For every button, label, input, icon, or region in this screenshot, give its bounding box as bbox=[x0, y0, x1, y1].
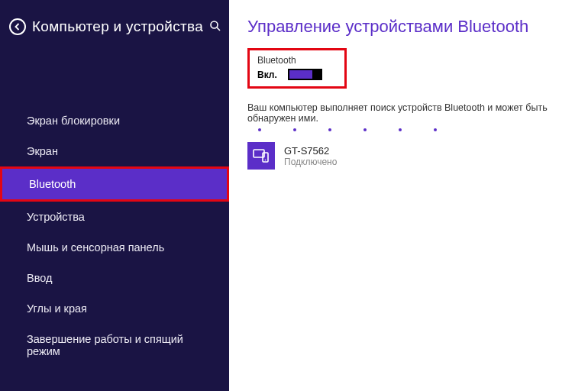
bluetooth-state: Вкл. bbox=[257, 69, 277, 80]
device-status: Подключено bbox=[284, 157, 337, 167]
sidebar-item-mouse-touchpad[interactable]: Мышь и сенсорная панель bbox=[0, 232, 229, 263]
highlight-box-sidebar: Bluetooth bbox=[0, 166, 229, 202]
sidebar-item-devices[interactable]: Устройства bbox=[0, 202, 229, 232]
bluetooth-toggle[interactable] bbox=[288, 69, 322, 80]
back-icon[interactable] bbox=[9, 18, 26, 35]
svg-line-1 bbox=[217, 27, 220, 31]
search-icon[interactable] bbox=[209, 20, 223, 34]
sidebar-item-corners-edges[interactable]: Углы и края bbox=[0, 293, 229, 324]
sidebar-item-typing[interactable]: Ввод bbox=[0, 263, 229, 293]
highlight-box-toggle: Bluetooth Вкл. bbox=[247, 48, 347, 89]
bluetooth-label: Bluetooth bbox=[257, 55, 337, 66]
sidebar-title: Компьютер и устройства bbox=[32, 18, 203, 35]
settings-sidebar: Компьютер и устройства Экран блокировки … bbox=[0, 0, 229, 391]
sidebar-item-display[interactable]: Экран bbox=[0, 136, 229, 166]
svg-point-4 bbox=[265, 160, 267, 161]
sidebar-item-lock-screen[interactable]: Экран блокировки bbox=[0, 105, 229, 136]
sidebar-header: Компьютер и устройства bbox=[0, 0, 229, 43]
device-item[interactable]: GT-S7562 Подключено bbox=[247, 142, 570, 170]
device-phone-icon bbox=[247, 142, 275, 170]
device-name: GT-S7562 bbox=[284, 145, 337, 157]
toggle-knob bbox=[312, 69, 321, 79]
scan-status-text: Ваш компьютер выполняет поиск устройств … bbox=[247, 102, 570, 124]
svg-point-0 bbox=[211, 21, 218, 28]
device-info: GT-S7562 Подключено bbox=[284, 145, 337, 167]
sidebar-item-power-sleep[interactable]: Завершение работы и спящий режим bbox=[0, 324, 229, 367]
sidebar-item-bluetooth[interactable]: Bluetooth bbox=[2, 169, 227, 199]
main-panel: Управление устройствами Bluetooth Blueto… bbox=[229, 0, 588, 391]
page-title: Управление устройствами Bluetooth bbox=[247, 17, 570, 37]
scan-progress-dots bbox=[258, 128, 570, 131]
